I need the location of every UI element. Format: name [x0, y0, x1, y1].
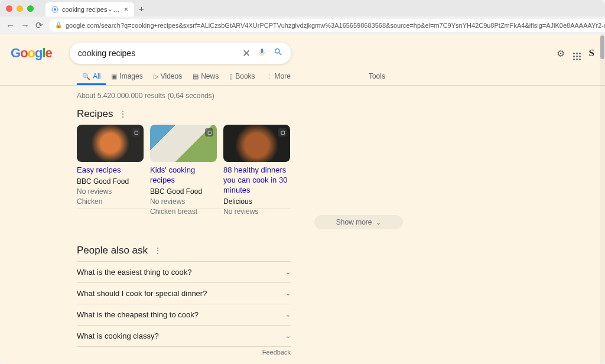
account-icon[interactable]: S	[589, 47, 594, 59]
tab-images[interactable]: ▣Images	[106, 67, 148, 85]
chevron-down-icon: ⌄	[285, 268, 291, 276]
paa-heading: People also ask	[77, 245, 148, 256]
browser-tab-active[interactable]: cooking recipes - Google Sear ×	[45, 2, 134, 17]
recipe-title: Easy recipes	[77, 165, 144, 176]
forward-button[interactable]: →	[21, 20, 30, 30]
recipe-title: Kids' cooking recipes	[150, 165, 217, 186]
recipe-tag: Chicken	[77, 197, 144, 206]
paa-item[interactable]: What should I cook for special dinner?⌄	[77, 283, 291, 304]
video-icon: ▷	[154, 73, 158, 80]
news-icon: ▤	[193, 73, 199, 80]
recipe-reviews: No reviews	[77, 187, 144, 196]
search-icon[interactable]	[274, 47, 283, 59]
recipe-card[interactable]: ◻ 88 healthy dinners you can cook in 30 …	[223, 125, 290, 216]
chevron-down-icon: ⌄	[285, 311, 291, 318]
window-titlebar: cooking recipes - Google Sear × +	[0, 0, 605, 17]
more-vert-icon: ⋮	[266, 73, 272, 80]
tab-books[interactable]: ▯Books	[224, 67, 260, 85]
svg-point-1	[54, 8, 56, 11]
chevron-down-icon: ⌄	[285, 332, 291, 340]
bookmark-icon[interactable]: ◻	[132, 128, 140, 136]
search-input[interactable]	[78, 48, 242, 58]
chevron-down-icon: ⌄	[376, 219, 381, 226]
tab-tools[interactable]: Tools	[363, 67, 391, 85]
recipe-image: ◻	[150, 125, 217, 162]
recipe-image: ◻	[77, 125, 144, 162]
mic-icon[interactable]	[258, 48, 266, 59]
bookmark-icon[interactable]: ◻	[278, 128, 287, 136]
browser-toolbar: ← → ⟳ 🔒 google.com/search?q=cooking+reci…	[0, 17, 605, 34]
tab-news[interactable]: ▤News	[187, 67, 224, 85]
recipe-title: 88 healthy dinners you can cook in 30 mi…	[223, 165, 290, 196]
recipe-reviews: No reviews	[150, 197, 217, 206]
window-close-button[interactable]	[6, 5, 12, 12]
window-minimize-button[interactable]	[17, 5, 23, 12]
tab-close-icon[interactable]: ×	[124, 5, 128, 14]
bookmark-icon[interactable]: ◻	[205, 128, 213, 136]
lock-icon: 🔒	[55, 22, 62, 28]
recipe-image: ◻	[223, 125, 290, 162]
recipe-source: Delicious	[223, 197, 290, 206]
paa-item[interactable]: What is the easiest thing to cook?⌄	[77, 261, 291, 283]
scrollbar[interactable]	[600, 34, 605, 364]
reload-button[interactable]: ⟳	[35, 20, 43, 31]
book-icon: ▯	[229, 73, 233, 80]
clear-icon[interactable]: ✕	[242, 47, 251, 60]
paa-item[interactable]: What is the cheapest thing to cook?⌄	[77, 304, 291, 326]
search-small-icon: 🔍	[82, 73, 90, 80]
tab-more[interactable]: ⋮More	[261, 67, 296, 85]
recipe-card[interactable]: ◻ Kids' cooking recipes BBC Good Food No…	[150, 125, 217, 216]
show-more-button[interactable]: Show more ⌄	[314, 215, 403, 229]
chevron-down-icon: ⌄	[285, 290, 291, 297]
settings-icon[interactable]: ⚙	[557, 48, 565, 59]
recipes-heading: Recipes	[77, 108, 113, 120]
page-content: Google ✕ ⚙ S	[0, 34, 605, 364]
tab-all[interactable]: 🔍All	[77, 67, 106, 85]
google-logo[interactable]: Google	[11, 46, 52, 61]
apps-icon[interactable]	[573, 46, 581, 60]
recipe-card[interactable]: ◻ Easy recipes BBC Good Food No reviews …	[77, 125, 144, 216]
recipes-more-icon[interactable]: ⋮	[119, 109, 127, 119]
search-box[interactable]: ✕	[70, 43, 291, 64]
url-bar[interactable]: 🔒 google.com/search?q=cooking+recipes&sx…	[49, 19, 605, 32]
recipe-source: BBC Good Food	[77, 177, 144, 186]
window-maximize-button[interactable]	[27, 5, 34, 12]
url-text: google.com/search?q=cooking+recipes&sxsr…	[66, 22, 605, 29]
google-favicon	[51, 6, 58, 13]
paa-item[interactable]: What is cooking classy?⌄	[77, 326, 291, 347]
tab-videos[interactable]: ▷Videos	[148, 67, 187, 85]
new-tab-button[interactable]: +	[139, 4, 144, 14]
feedback-link[interactable]: Feedback	[77, 347, 291, 356]
recipe-source: BBC Good Food	[150, 187, 217, 196]
tab-title: cooking recipes - Google Sear	[62, 6, 121, 13]
result-stats: About 5.420.000.000 results (0,64 second…	[77, 92, 605, 100]
paa-more-icon[interactable]: ⋮	[154, 246, 162, 255]
back-button[interactable]: ←	[6, 20, 15, 30]
image-icon: ▣	[111, 73, 117, 80]
divider	[77, 209, 291, 209]
